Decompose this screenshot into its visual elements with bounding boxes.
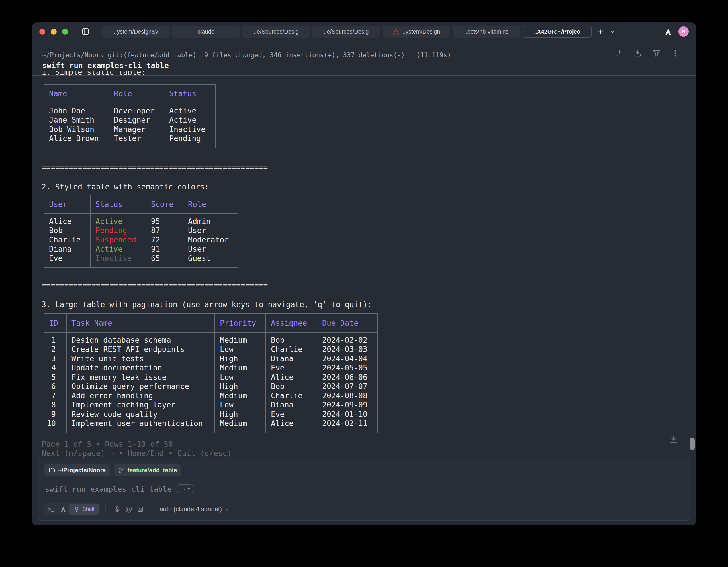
new-tab-button[interactable]: + <box>598 27 604 36</box>
command-input-block[interactable]: ~/Projects/Noora feature/add_table swift… <box>38 458 690 521</box>
table-cell: Moderator <box>188 235 238 245</box>
tab[interactable]: ..e/Sources/Desig <box>312 26 380 38</box>
table-cell: 95 <box>151 217 183 226</box>
table-cell: Active <box>95 217 146 226</box>
table-cell: Add error handling <box>71 391 214 401</box>
tab[interactable]: ..ystem/DesignSy <box>102 26 170 38</box>
branch-label: feature/add_table <box>127 467 177 474</box>
table-cell: Tester <box>114 134 164 143</box>
table-cell: 2024-05-05 <box>322 363 377 373</box>
scroll-to-bottom-icon[interactable] <box>669 435 678 445</box>
mention-icon[interactable]: @ <box>123 505 134 513</box>
table-cell: 65 <box>151 254 183 263</box>
pagination-status: Page 1 of 5 • Rows 1-10 of 50 <box>42 440 173 449</box>
branch-chip[interactable]: feature/add_table <box>114 464 181 476</box>
table-cell: Suspended <box>95 235 146 245</box>
table-cell: Implement caching layer <box>71 400 214 410</box>
agent-mode-button[interactable] <box>57 504 69 515</box>
table-column: Design database schemaCreate REST API en… <box>67 333 215 433</box>
cwd-chip[interactable]: ~/Projects/Noora <box>44 464 110 476</box>
table-cell: Jane Smith <box>49 115 109 125</box>
table-column: AliceBobCharlieDianaEve <box>44 214 91 267</box>
table-column: ActivePendingSuspendedActiveInactive <box>91 214 146 267</box>
run-command-button[interactable]: → ▾ <box>177 484 193 494</box>
table-cell: Eve <box>49 254 90 263</box>
terminal-mode-button[interactable]: >_ <box>45 504 57 515</box>
table-cell: Implement user authentication <box>71 419 214 428</box>
zoom-button[interactable] <box>62 29 68 35</box>
filter-icon[interactable] <box>652 49 661 58</box>
microphone-icon[interactable] <box>112 506 123 513</box>
git-branch-icon <box>118 467 124 474</box>
model-selector[interactable]: auto (claude 4 sonnet) <box>159 505 230 513</box>
table-cell: Active <box>95 244 146 254</box>
attach-image-icon[interactable] <box>134 506 146 513</box>
block-header-actions <box>615 49 680 58</box>
shell-mode-button[interactable]: Shell <box>69 504 99 515</box>
table-cell: Eve <box>271 363 317 373</box>
table-cell: High <box>220 410 265 419</box>
table-cell: 2024-04-04 <box>322 354 377 364</box>
prompt-line: ~/Projects/Noora git:(feature/add_table)… <box>42 51 451 59</box>
sidebar-toggle-icon[interactable] <box>81 27 90 36</box>
tab-strip: ..ystem/DesignSyclaude..e/Sources/Desig.… <box>102 26 592 38</box>
table-cell: Review code quality <box>71 410 214 419</box>
table-column: ActiveActiveInactivePending <box>164 103 215 148</box>
close-button[interactable] <box>39 29 45 35</box>
table-header: Score <box>146 195 183 214</box>
table-cell: 2 <box>44 345 56 354</box>
tab-label: ..e/Sources/Desig <box>254 28 299 35</box>
more-options-icon[interactable] <box>671 49 680 58</box>
table-column: DeveloperDesignerManagerTester <box>109 103 164 148</box>
table-cell: 2024-08-08 <box>322 391 377 401</box>
table-cell: Alice <box>271 373 317 382</box>
table-cell: Guest <box>188 254 238 263</box>
lightbulb-icon <box>74 506 80 512</box>
table-cell: Optimize query performance <box>71 382 214 391</box>
static-table: NameRoleStatusJohn DoeJane SmithBob Wils… <box>44 84 216 148</box>
model-label: auto (claude 4 sonnet) <box>159 505 222 513</box>
tab[interactable]: ..ects/hb-vitamins <box>453 26 520 38</box>
run-options-caret-icon: ▾ <box>188 487 190 491</box>
table-column: 12345678910 <box>44 333 67 433</box>
tab[interactable]: claude <box>172 26 240 38</box>
table-cell: 87 <box>151 226 183 235</box>
table-cell: Low <box>220 345 265 354</box>
table-cell: 72 <box>151 235 183 245</box>
scrollbar-thumb[interactable] <box>690 438 695 450</box>
terminal-window: ..ystem/DesignSyclaude..e/Sources/Desig.… <box>32 22 696 525</box>
cwd-label: ~/Projects/Noora <box>58 467 106 474</box>
table-header: Assignee <box>266 314 317 333</box>
table-cell: Charlie <box>49 235 90 245</box>
table-cell: 7 <box>44 391 56 401</box>
separator-line: ========================================… <box>42 280 268 290</box>
traffic-lights <box>39 29 68 35</box>
tab-label: ..ects/hb-vitamins <box>464 28 509 35</box>
download-icon[interactable] <box>633 49 642 58</box>
tab-label: ..ystem/DesignSy <box>114 28 158 35</box>
tab-label: ..e/Sources/Desig <box>324 28 369 35</box>
table-column: 9587729165 <box>146 214 183 267</box>
avatar[interactable]: R <box>678 26 689 37</box>
table-cell: Inactive <box>169 125 215 134</box>
table-cell: User <box>188 244 238 254</box>
mode-segmented-control: >_ Shell <box>44 503 100 515</box>
table-cell: Developer <box>114 106 164 116</box>
table-header: Task Name <box>67 314 215 333</box>
tab[interactable]: ..ystem/Design <box>383 26 450 38</box>
table-column: John DoeJane SmithBob WilsonAlice Brown <box>44 103 109 148</box>
table-header: Status <box>91 195 146 214</box>
tab[interactable]: ..e/Sources/Desig <box>242 26 310 38</box>
toolbar-divider <box>152 505 152 513</box>
table-cell: 6 <box>44 382 56 391</box>
tab-active[interactable]: ..X42GR:~/Projec <box>523 26 592 38</box>
command-input[interactable]: swift run examples-cli table <box>45 485 172 494</box>
table-header: Priority <box>215 314 266 333</box>
table-cell: User <box>188 226 238 235</box>
table-cell: 9 <box>44 410 56 419</box>
sparkles-icon[interactable] <box>615 49 623 58</box>
minimize-button[interactable] <box>51 29 57 35</box>
tab-list-chevron-icon[interactable] <box>609 28 615 35</box>
warning-icon <box>392 28 400 35</box>
table-cell: 8 <box>44 400 56 410</box>
